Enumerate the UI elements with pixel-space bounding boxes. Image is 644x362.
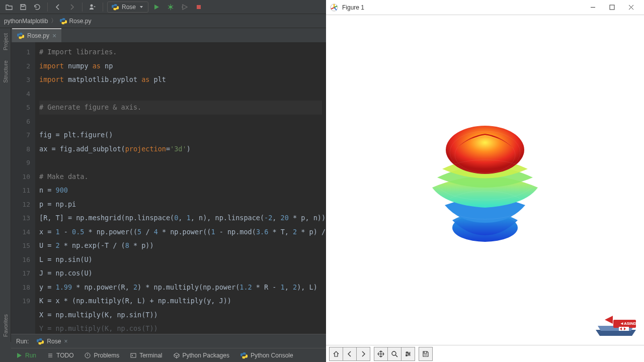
save-figure-icon[interactable] bbox=[419, 347, 433, 361]
python-file-icon bbox=[60, 18, 67, 25]
stop-icon[interactable] bbox=[193, 2, 205, 13]
nav-back-icon[interactable] bbox=[52, 2, 64, 13]
figure-nav-toolbar bbox=[326, 345, 644, 362]
open-icon[interactable] bbox=[3, 2, 15, 13]
svg-text:◄ASINDA: ◄ASINDA bbox=[620, 321, 639, 326]
close-button[interactable] bbox=[622, 2, 640, 14]
nav-forward-icon bbox=[66, 2, 78, 13]
debug-icon[interactable] bbox=[165, 2, 177, 13]
user-icon[interactable] bbox=[87, 2, 99, 13]
ide-toolbar: Rose bbox=[0, 0, 326, 14]
figure-canvas[interactable]: ◄ASINDA bbox=[326, 15, 644, 345]
home-icon[interactable] bbox=[329, 347, 343, 361]
python-console-toolwindow-button[interactable]: Python Console bbox=[240, 352, 293, 359]
svg-rect-2 bbox=[197, 5, 201, 9]
run-panel-tab[interactable]: Rose × bbox=[34, 337, 70, 346]
run-panel-tab-label: Rose bbox=[47, 338, 61, 345]
editor-tab[interactable]: Rose.py × bbox=[12, 28, 61, 42]
matplotlib-figure-window: Figure 1 bbox=[326, 0, 644, 362]
run-panel-header: Run: Rose × bbox=[11, 334, 326, 348]
editor-tab-label: Rose.py bbox=[27, 32, 49, 39]
chevron-right-icon: 〉 bbox=[51, 17, 57, 25]
svg-rect-17 bbox=[407, 352, 408, 353]
svg-rect-6 bbox=[610, 5, 614, 10]
run-toolwindow-button[interactable]: Run bbox=[16, 352, 36, 359]
figure-titlebar[interactable]: Figure 1 bbox=[326, 0, 644, 15]
python-packages-toolwindow-button[interactable]: Python Packages bbox=[174, 352, 229, 359]
todo-toolwindow-button[interactable]: TODO bbox=[47, 352, 73, 359]
back-arrow-icon[interactable] bbox=[343, 347, 357, 361]
minimize-button[interactable] bbox=[584, 2, 602, 14]
matplotlib-icon bbox=[330, 4, 338, 12]
code-editor-content[interactable]: # Import libraries. import numpy as np i… bbox=[35, 42, 326, 334]
maximize-button[interactable] bbox=[603, 2, 621, 14]
svg-rect-19 bbox=[406, 355, 407, 356]
close-run-tab-icon[interactable]: × bbox=[64, 338, 67, 345]
run-icon[interactable] bbox=[150, 2, 163, 13]
problems-toolwindow-button[interactable]: Problems bbox=[85, 352, 119, 359]
close-tab-icon[interactable]: × bbox=[52, 32, 56, 40]
ide-window: Rose pythonMatplotlib 〉 Rose.py Project … bbox=[0, 0, 326, 362]
favorites-toolwindow-button[interactable]: Favorites bbox=[3, 314, 9, 337]
editor-gutter: 12345678910111213141516171819 bbox=[11, 42, 35, 334]
run-coverage-icon bbox=[179, 2, 191, 13]
terminal-toolwindow-button[interactable]: Terminal bbox=[130, 352, 162, 359]
watermark-logo: ◄ASINDA bbox=[591, 305, 641, 342]
breadcrumb: pythonMatplotlib 〉 Rose.py bbox=[0, 14, 326, 28]
save-all-icon[interactable] bbox=[17, 2, 29, 13]
breadcrumb-file[interactable]: Rose.py bbox=[69, 18, 91, 25]
svg-point-8 bbox=[446, 126, 524, 174]
rose-3d-plot bbox=[410, 105, 560, 255]
side-toolwindow-bar: Project Structure Favorites bbox=[0, 28, 11, 342]
svg-point-1 bbox=[169, 6, 172, 9]
editor-tabs: Rose.py × bbox=[0, 28, 326, 42]
figure-title: Figure 1 bbox=[342, 4, 580, 11]
svg-point-0 bbox=[91, 4, 93, 7]
zoom-icon[interactable] bbox=[387, 347, 401, 361]
breadcrumb-root[interactable]: pythonMatplotlib bbox=[4, 18, 48, 25]
bottom-toolwindow-bar: Run TODO Problems Terminal Python Packag… bbox=[11, 348, 326, 362]
run-panel-label: Run: bbox=[16, 338, 29, 345]
python-file-icon bbox=[17, 32, 24, 39]
run-config-name: Rose bbox=[122, 4, 136, 11]
configure-icon[interactable] bbox=[401, 347, 415, 361]
editor-area[interactable]: 12345678910111213141516171819 # Import l… bbox=[11, 42, 326, 334]
svg-point-16 bbox=[392, 351, 396, 355]
structure-toolwindow-button[interactable]: Structure bbox=[3, 60, 9, 83]
python-file-icon bbox=[37, 338, 44, 345]
forward-arrow-icon[interactable] bbox=[356, 347, 370, 361]
svg-rect-18 bbox=[409, 353, 410, 354]
reload-icon[interactable] bbox=[31, 2, 43, 13]
project-toolwindow-button[interactable]: Project bbox=[3, 33, 9, 50]
pan-icon[interactable] bbox=[374, 347, 388, 361]
run-config-selector[interactable]: Rose bbox=[107, 2, 148, 13]
